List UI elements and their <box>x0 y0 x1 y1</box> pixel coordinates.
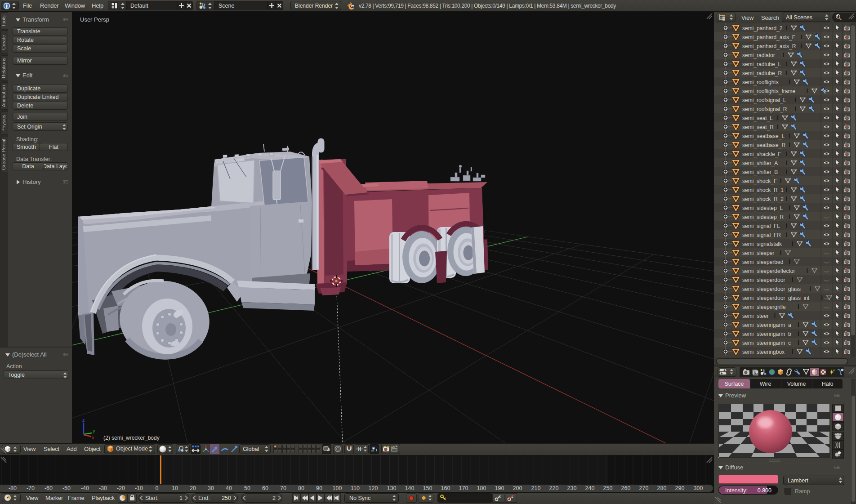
svg-text:semi_steer: semi_steer <box>742 313 769 319</box>
svg-text:semi_shifter_B: semi_shifter_B <box>742 169 778 175</box>
svg-text:semi_signalstalk: semi_signalstalk <box>742 241 782 247</box>
svg-text:semi_radtube_L: semi_radtube_L <box>742 61 781 67</box>
svg-text:semi_sleeperbed: semi_sleeperbed <box>742 259 783 265</box>
svg-text:semi_seat_L: semi_seat_L <box>742 115 773 121</box>
svg-text:y: y <box>93 428 95 433</box>
svg-text:semi_sidestep_L: semi_sidestep_L <box>742 205 783 211</box>
svg-text:semi_sleeperdeflector: semi_sleeperdeflector <box>742 268 795 274</box>
svg-text:semi_steeringarm_b: semi_steeringarm_b <box>742 331 791 337</box>
svg-text:semi_panhard_axis_F: semi_panhard_axis_F <box>742 34 795 40</box>
svg-text:semi_signal_FR: semi_signal_FR <box>742 232 781 238</box>
svg-text:semi_shock_R_1: semi_shock_R_1 <box>742 187 784 193</box>
svg-text:semi_sidestep_R: semi_sidestep_R <box>742 214 784 220</box>
svg-text:semi_rooflights: semi_rooflights <box>742 79 779 85</box>
svg-text:semi_sleeperdoor: semi_sleeperdoor <box>742 277 785 283</box>
svg-text:semi_sleepergrille: semi_sleepergrille <box>742 304 786 310</box>
svg-text:semi_shackle_F: semi_shackle_F <box>742 151 781 157</box>
svg-text:semi_shifter_A: semi_shifter_A <box>742 160 778 166</box>
svg-text:semi_radiator: semi_radiator <box>742 52 775 58</box>
svg-text:semi_panhard_2: semi_panhard_2 <box>742 25 783 31</box>
svg-text:semi_seatbase_L: semi_seatbase_L <box>742 133 785 139</box>
svg-text:semi_sleeper: semi_sleeper <box>742 250 774 256</box>
svg-text:semi_roofsignal_L: semi_roofsignal_L <box>742 97 786 103</box>
svg-text:semi_steeringarm_c: semi_steeringarm_c <box>742 340 791 346</box>
svg-text:(2) semi_wrecker_body: (2) semi_wrecker_body <box>103 435 160 441</box>
svg-text:semi_steeringarm_a: semi_steeringarm_a <box>742 322 791 328</box>
svg-text:semi_roofsignal_R: semi_roofsignal_R <box>742 106 787 112</box>
svg-text:semi_sleeperdoor_glass_int: semi_sleeperdoor_glass_int <box>742 295 810 301</box>
svg-text:semi_shock_R_2: semi_shock_R_2 <box>742 196 784 202</box>
svg-text:semi_radtube_R: semi_radtube_R <box>742 70 782 76</box>
svg-text:semi_panhard_axis_R: semi_panhard_axis_R <box>742 43 796 49</box>
svg-text:semi_rooflights_frame: semi_rooflights_frame <box>742 88 795 94</box>
svg-text:semi_sleeperdoor_glass: semi_sleeperdoor_glass <box>742 286 801 292</box>
svg-text:semi_seatbase_R: semi_seatbase_R <box>742 142 785 148</box>
svg-text:semi_signal_FL: semi_signal_FL <box>742 223 780 229</box>
svg-text:semi_steeringbox: semi_steeringbox <box>742 349 785 355</box>
svg-text:semi_seat_R: semi_seat_R <box>742 124 774 130</box>
svg-text:z: z <box>82 417 85 423</box>
svg-text:x: x <box>92 435 94 440</box>
svg-text:User Persp: User Persp <box>80 16 109 23</box>
svg-text:semi_shock_F: semi_shock_F <box>742 178 777 184</box>
